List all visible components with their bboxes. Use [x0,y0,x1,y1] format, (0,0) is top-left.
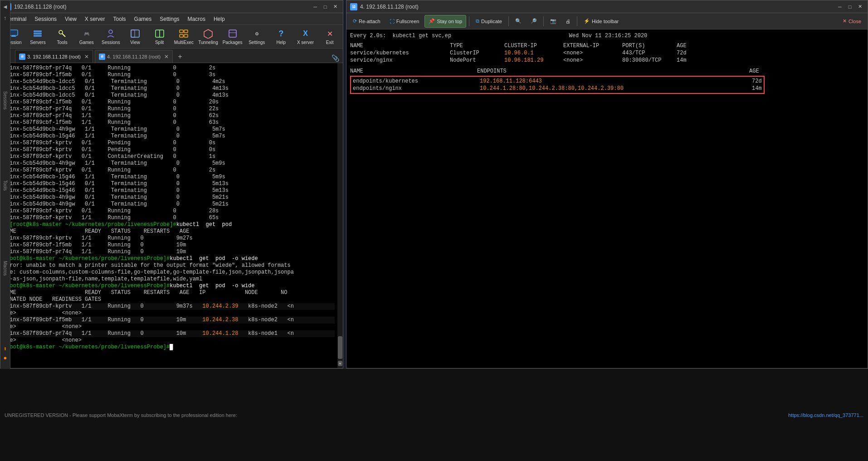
screenshot-button[interactable]: 📷 [546,15,560,28]
minimize-button[interactable]: ─ [311,3,319,11]
side-orange-dot[interactable]: ● [1,354,10,363]
tab-add-button[interactable]: + [175,52,185,63]
term-line: nginx-587f89cbf-kprtv 1/1 Running 0 9m37… [3,303,335,310]
hide-toolbar-button[interactable]: ⚡ Hide toolbar [580,15,622,28]
menu-sessions[interactable]: Sessions [31,15,60,23]
menu-help[interactable]: Help [210,15,229,23]
tab-3[interactable]: 🖥 3. 192.168.11.128 (root) ✕ [15,50,93,63]
ep-table: NAMEENDPOINTSAGE endpoints/kubernetes192… [350,68,864,94]
term-line: nginx-587f89cbf-kprtv 0/1 Pending 0 0s [3,140,335,147]
duplicate-icon: ⧉ [476,18,479,24]
toolbar-packages[interactable]: Packages [221,26,244,48]
ep-highlight-container: endpoints/kubernetes192.168.11.128:64437… [350,76,765,94]
toolbar-multiexec[interactable]: MultiExec [172,26,195,48]
close-button[interactable]: ✕ [331,3,339,11]
svg-rect-4 [34,30,42,32]
term-line: nginx-587f89cbf-kprtv 0/1 ContainerCreat… [3,153,335,160]
tab-4[interactable]: 🖥 4. 192.168.11.128 (root) ✕ [95,50,173,63]
status-link[interactable]: https://blog.csdn.net/qq_373771... [788,412,863,418]
toolbar-separator-1 [469,16,469,26]
screenshot-icon: 📷 [550,18,556,24]
term-prompt-line3: [root@k8s-master ~/kubernetes/probe/live… [3,283,335,289]
menu-tools[interactable]: Tools [110,15,130,23]
menu-macros[interactable]: Macros [184,15,209,23]
toolbar-tools[interactable]: Tools [51,26,73,48]
toolbar-games-label: Games [79,40,94,45]
tab-bookmark-button[interactable]: 📎 [330,54,341,63]
toolbar-tunneling[interactable]: Tunneling [197,26,219,48]
right-window-icon: 🖥 [350,3,357,10]
right-titlebar: 🖥 4. 192.168.11.128 (root) ─ □ ✕ [346,0,868,13]
menu-settings[interactable]: Settings [156,15,183,23]
left-titlebar: 🖥 192.168.11.128 (root) ─ □ ✕ [0,0,343,13]
term-line: one> <none> [3,310,335,317]
scrollbar-thumb[interactable] [338,336,342,359]
toolbar-xserver[interactable]: X X server [294,26,317,48]
terminal-scrollbar[interactable]: ▼ [337,63,343,368]
left-side-panel: ◀ ↑ Sessions Tools Macros ⬆ ● [0,63,10,368]
view-icon [130,28,141,39]
reattach-button[interactable]: ⟳ Re-attach [349,15,384,28]
fullscreen-icon: ⛶ [390,19,395,24]
zoom-in-button[interactable]: 🔍 [512,15,525,28]
toolbar-settings[interactable]: ⚙ Settings [245,26,268,48]
menu-games[interactable]: Games [131,15,156,23]
left-tabs-bar: ◀ 🖥 3. 192.168.11.128 (root) ✕ 🖥 4. 192.… [0,49,343,63]
maximize-button[interactable]: □ [321,3,329,11]
menu-xserver[interactable]: X server [81,15,109,23]
games-icon: 🎮 [81,28,92,39]
svg-rect-11 [131,30,135,37]
close-label: Close [848,19,861,24]
svg-rect-1 [10,31,17,34]
term-line: nginx-587f89cbf-kprtv 0/1 Pending 0 0s [3,147,335,153]
toolbar-sessions-label: Sessions [102,40,120,45]
toolbar-view[interactable]: View [124,26,146,48]
term-line: one> <none> [3,337,335,344]
term-line: nginx-5cb54d9bcb-4h9gw 1/1 Terminating 0… [3,160,335,167]
scrollbar-down[interactable]: ▼ [338,361,342,366]
term-line: nginx-5cb54d9bcb-ldcc5 0/1 Terminating 0… [3,92,335,99]
right-close-button[interactable]: ✕ [856,3,864,11]
tab-3-close[interactable]: ✕ [84,54,89,60]
toolbar-exit[interactable]: ✕ Exit [318,26,341,48]
toolbar-help[interactable]: ? Help [270,26,293,48]
svg-rect-14 [180,30,183,33]
tab-4-label: 4. 192.168.11.128 (root) [107,54,161,59]
duplicate-button[interactable]: ⧉ Duplicate [472,15,506,28]
svc-row-1: service/kubernetesClusterIP10.96.0.1<non… [350,49,864,57]
term-line: th-as-json,jsonpath-file,name,template,t… [3,276,335,283]
stay-on-top-button[interactable]: 📌 Stay on top [424,15,466,28]
zoom-out-button[interactable]: 🔎 [527,15,541,28]
term-line: NAME READY STATUS RESTARTS AGE [3,228,335,235]
fullscreen-label: Fullscreen [396,19,419,24]
stay-on-top-icon: 📌 [429,18,435,24]
tab-4-close[interactable]: ✕ [164,54,169,60]
svg-rect-19 [229,30,236,37]
toolbar-sessions2[interactable]: Sessions [100,26,122,48]
toolbar-servers[interactable]: Servers [27,26,49,48]
fullscreen-button[interactable]: ⛶ Fullscreen [386,15,423,28]
svg-marker-18 [204,29,212,39]
term-line: nginx-587f89cbf-kprtv 0/1 Running 0 28s [3,208,335,215]
status-text: UNREGISTERED VERSION - Please support Mo… [5,412,237,418]
tools-icon [57,28,68,39]
svc-row-2: service/nginxNodePort10.96.181.29<none>8… [350,57,864,64]
term-line: NAME READY STATUS RESTARTS AGE IP NODE N… [3,289,335,296]
stay-on-top-label: Stay on top [437,19,462,24]
right-minimize-button[interactable]: ─ [836,3,844,11]
toolbar-settings-label: Settings [249,40,265,45]
term-line: nginx-5cb54d9bcb-ldcc5 0/1 Terminating 0… [3,85,335,92]
menu-view[interactable]: View [61,15,80,23]
term-line: nginx-587f89cbf-lf5mb 0/1 Running 0 20s [3,99,335,106]
toolbar-games[interactable]: 🎮 Games [75,26,98,48]
toolbar-split[interactable]: Split [148,26,171,48]
side-sftp[interactable]: ⬆ [1,344,10,353]
right-close-toolbar-button[interactable]: ✕ Close [839,15,865,28]
ep-row-2: endpoints/nginx10.244.1.28:80,10.244.2.3… [353,85,762,92]
side-label-tools: Tools [3,178,8,192]
bottom-status-bar: UNREGISTERED VERSION - Please support Mo… [0,368,868,461]
right-maximize-button[interactable]: □ [846,3,854,11]
print-button[interactable]: 🖨 [562,15,574,28]
toolbar-view-label: View [130,40,140,45]
left-window: 🖥 192.168.11.128 (root) ─ □ ✕ Terminal S… [0,0,343,368]
